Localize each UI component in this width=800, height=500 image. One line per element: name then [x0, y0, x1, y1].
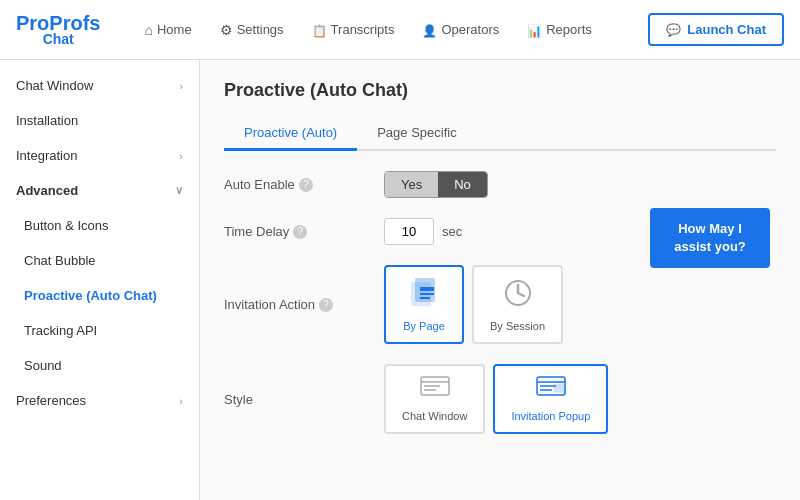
sidebar-item-sound[interactable]: Sound	[0, 348, 199, 383]
invitation-action-help-icon[interactable]: ?	[319, 298, 333, 312]
chat-window-style-icon	[420, 376, 450, 406]
sidebar-item-proactive[interactable]: Proactive (Auto Chat)	[0, 278, 199, 313]
nav-transcripts[interactable]: Transcripts	[300, 16, 407, 44]
svg-rect-2	[420, 287, 434, 291]
toggle-yes-option[interactable]: Yes	[385, 172, 438, 197]
invitation-action-cards: By Page By Session	[384, 265, 563, 344]
by-page-icon	[408, 277, 440, 316]
nav-operators[interactable]: Operators	[410, 16, 511, 44]
home-icon	[144, 22, 152, 38]
chevron-right-icon-2: ›	[179, 150, 183, 162]
logo-chat: Chat	[16, 31, 100, 47]
nav-reports-label: Reports	[546, 22, 592, 37]
time-delay-label: Time Delay ?	[224, 224, 384, 239]
sidebar-installation-label: Installation	[16, 113, 78, 128]
launch-chat-label: Launch Chat	[687, 22, 766, 37]
sidebar-item-integration[interactable]: Integration ›	[0, 138, 199, 173]
time-delay-field[interactable]	[384, 218, 434, 245]
inv-card-by-session[interactable]: By Session	[472, 265, 563, 344]
sidebar: Chat Window › Installation Integration ›…	[0, 60, 200, 500]
by-page-label: By Page	[403, 320, 445, 332]
by-session-icon	[502, 277, 534, 316]
sidebar-proactive-label: Proactive (Auto Chat)	[24, 288, 157, 303]
transcript-icon	[312, 22, 327, 38]
sidebar-tracking-api-label: Tracking API	[24, 323, 97, 338]
sidebar-item-chat-bubble[interactable]: Chat Bubble	[0, 243, 199, 278]
operators-icon	[422, 22, 437, 38]
sidebar-item-button-icons[interactable]: Button & Icons	[0, 208, 199, 243]
chevron-right-icon: ›	[179, 80, 183, 92]
auto-enable-row: Auto Enable ? Yes No	[224, 171, 776, 198]
sidebar-chat-bubble-label: Chat Bubble	[24, 253, 96, 268]
style-row: Style Chat Window	[224, 364, 776, 434]
sidebar-advanced-label: Advanced	[16, 183, 78, 198]
logo: ProProfs Chat	[16, 12, 100, 47]
sidebar-item-advanced[interactable]: Advanced ∨	[0, 173, 199, 208]
sidebar-item-tracking-api[interactable]: Tracking API	[0, 313, 199, 348]
toggle-no-option[interactable]: No	[438, 172, 487, 197]
tab-page-specific[interactable]: Page Specific	[357, 117, 477, 151]
invitation-action-row: Invitation Action ? By Page	[224, 265, 776, 344]
sidebar-preferences-label: Preferences	[16, 393, 86, 408]
chevron-down-icon: ∨	[175, 184, 183, 197]
sidebar-sound-label: Sound	[24, 358, 62, 373]
nav-home-label: Home	[157, 22, 192, 37]
style-label: Style	[224, 392, 384, 407]
layout: Chat Window › Installation Integration ›…	[0, 60, 800, 500]
page-title: Proactive (Auto Chat)	[224, 80, 776, 101]
auto-enable-toggle: Yes No	[384, 171, 488, 198]
sidebar-button-icons-label: Button & Icons	[24, 218, 109, 233]
invitation-popup-style-icon	[536, 376, 566, 406]
inv-card-by-page[interactable]: By Page	[384, 265, 464, 344]
invitation-popup-style-label: Invitation Popup	[511, 410, 590, 422]
nav-operators-label: Operators	[441, 22, 499, 37]
sidebar-item-installation[interactable]: Installation	[0, 103, 199, 138]
by-session-label: By Session	[490, 320, 545, 332]
header: ProProfs Chat Home Settings Transcripts …	[0, 0, 800, 60]
tab-proactive-auto[interactable]: Proactive (Auto)	[224, 117, 357, 151]
time-delay-input-group: sec	[384, 218, 462, 245]
main-content: Proactive (Auto Chat) Proactive (Auto) P…	[200, 60, 800, 500]
reports-icon	[527, 22, 542, 38]
svg-rect-4	[420, 297, 430, 299]
style-card-chat-window[interactable]: Chat Window	[384, 364, 485, 434]
time-delay-help-icon[interactable]: ?	[293, 225, 307, 239]
nav-settings-label: Settings	[237, 22, 284, 37]
nav-settings[interactable]: Settings	[208, 16, 296, 44]
sidebar-item-preferences[interactable]: Preferences ›	[0, 383, 199, 418]
invitation-action-label: Invitation Action ?	[224, 297, 384, 312]
settings-icon	[220, 22, 233, 38]
nav-reports[interactable]: Reports	[515, 16, 604, 44]
sidebar-item-chat-window[interactable]: Chat Window ›	[0, 68, 199, 103]
svg-rect-3	[420, 293, 434, 295]
tab-bar: Proactive (Auto) Page Specific	[224, 117, 776, 151]
time-unit-label: sec	[442, 224, 462, 239]
launch-chat-icon	[666, 22, 681, 37]
svg-rect-14	[554, 384, 564, 392]
sidebar-integration-label: Integration	[16, 148, 77, 163]
main-nav: Home Settings Transcripts Operators Repo…	[132, 13, 784, 46]
chevron-right-icon-3: ›	[179, 395, 183, 407]
chat-assist-popup: How May I assist you?	[650, 208, 770, 268]
sidebar-chat-window-label: Chat Window	[16, 78, 93, 93]
nav-transcripts-label: Transcripts	[331, 22, 395, 37]
chat-window-style-label: Chat Window	[402, 410, 467, 422]
style-card-invitation-popup[interactable]: Invitation Popup	[493, 364, 608, 434]
style-cards: Chat Window Invitation Popup	[384, 364, 608, 434]
auto-enable-help-icon[interactable]: ?	[299, 178, 313, 192]
nav-home[interactable]: Home	[132, 16, 203, 44]
auto-enable-label: Auto Enable ?	[224, 177, 384, 192]
launch-chat-button[interactable]: Launch Chat	[648, 13, 784, 46]
